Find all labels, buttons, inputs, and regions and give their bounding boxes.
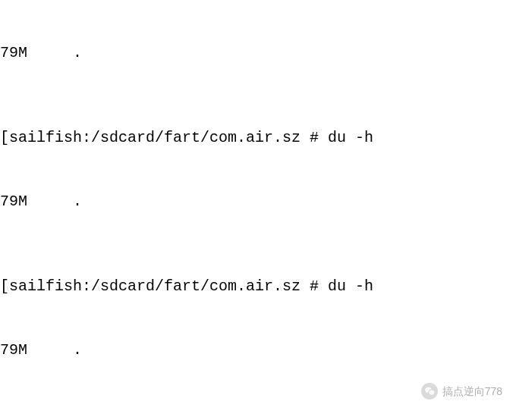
du-dot: .	[73, 341, 82, 359]
command-text: du -h	[328, 129, 373, 146]
prompt-line: [sailfish:/sdcard/fart/com.air.sz # du -…	[0, 127, 516, 149]
output-line: 79M .	[0, 191, 516, 212]
du-gap	[27, 193, 73, 210]
prompt-bracket: [	[0, 277, 9, 295]
shell-prompt: sailfish:/sdcard/fart/com.air.sz #	[9, 277, 328, 295]
terminal-output: 79M . [sailfish:/sdcard/fart/com.air.sz …	[0, 0, 516, 420]
output-line: 79M .	[0, 340, 516, 361]
du-gap	[27, 341, 73, 359]
du-size: 79M	[0, 193, 27, 210]
prompt-bracket: [	[0, 129, 9, 146]
command-text: du -h	[328, 277, 373, 295]
output-line: 79M .	[0, 42, 516, 64]
du-gap	[27, 44, 73, 61]
du-size: 79M	[0, 341, 27, 359]
du-dot: .	[73, 193, 82, 210]
prompt-line: [sailfish:/sdcard/fart/com.air.sz # du -…	[0, 276, 516, 297]
shell-prompt: sailfish:/sdcard/fart/com.air.sz #	[9, 129, 328, 146]
du-size: 79M	[0, 44, 27, 61]
du-dot: .	[73, 44, 82, 61]
